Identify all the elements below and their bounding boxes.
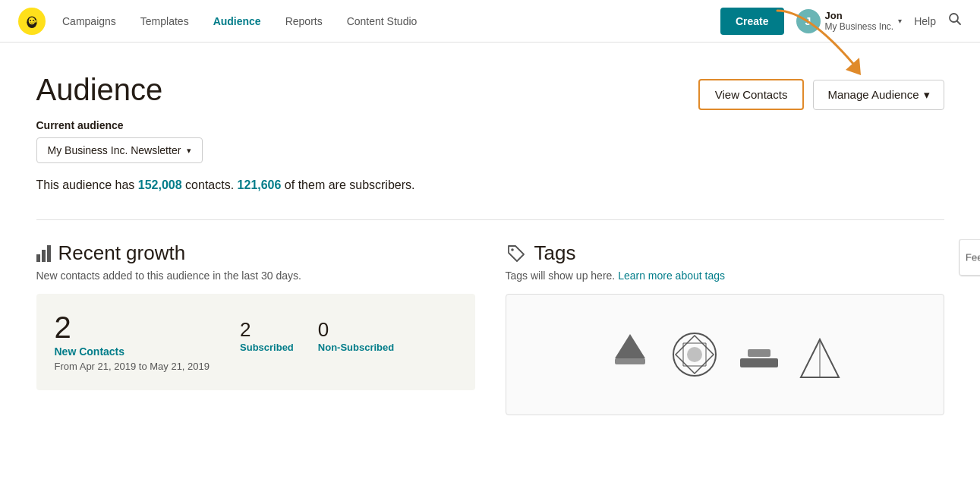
svg-line-6	[957, 21, 961, 25]
nav-campaigns[interactable]: Campaigns	[52, 9, 127, 33]
tag-decoration-3	[736, 343, 782, 381]
audience-selector[interactable]: My Business Inc. Newsletter ▾	[36, 137, 203, 163]
tags-placeholder	[506, 294, 944, 415]
tags-icons	[607, 328, 843, 381]
help-link[interactable]: Help	[914, 15, 936, 27]
nav-audience[interactable]: Audience	[203, 9, 272, 33]
bar2	[42, 250, 46, 262]
new-contacts-label[interactable]: New Contacts	[55, 345, 210, 358]
view-contacts-button[interactable]: View Contacts	[698, 79, 805, 110]
svg-rect-13	[740, 358, 778, 367]
tags-subtitle: Tags will show up here. Learn more about…	[506, 270, 944, 282]
page-title: Audience	[36, 73, 415, 107]
nav-templates[interactable]: Templates	[130, 9, 200, 33]
user-text: Jon My Business Inc.	[825, 10, 894, 32]
user-name: Jon	[825, 10, 894, 21]
manage-audience-chevron-icon: ▾	[924, 88, 930, 102]
manage-audience-button[interactable]: Manage Audience ▾	[813, 80, 944, 110]
search-button[interactable]	[948, 12, 962, 30]
user-company: My Business Inc.	[825, 21, 894, 32]
bar-chart-icon	[36, 245, 51, 262]
subscribed-label: Subscribed	[240, 342, 294, 353]
svg-point-2	[30, 20, 31, 21]
current-audience-label: Current audience	[36, 119, 415, 131]
svg-marker-10	[615, 334, 645, 358]
growth-main: 2 New Contacts From Apr 21, 2019 to May …	[55, 312, 210, 372]
audience-chevron-icon: ▾	[187, 146, 191, 156]
non-subscribed-count: 0	[318, 318, 394, 342]
nav-reports[interactable]: Reports	[275, 9, 333, 33]
user-info[interactable]: J Jon My Business Inc. ▾	[796, 9, 903, 33]
chevron-down-icon: ▾	[898, 17, 902, 25]
subscriber-count: 121,606	[238, 178, 282, 191]
growth-number: 2	[55, 312, 210, 342]
manage-audience-label: Manage Audience	[827, 88, 919, 101]
tag-decoration-2	[668, 328, 721, 381]
svg-point-8	[511, 248, 514, 251]
svg-point-12	[687, 347, 702, 362]
growth-card: 2 New Contacts From Apr 21, 2019 to May …	[36, 294, 475, 390]
learn-more-tags-link[interactable]: Learn more about tags	[618, 270, 725, 282]
search-icon	[948, 12, 962, 26]
svg-marker-7	[846, 58, 861, 75]
logo[interactable]	[18, 8, 46, 35]
subscribed-count: 2	[240, 318, 294, 342]
recent-growth-section: Recent growth New contacts added to this…	[36, 241, 475, 415]
feedback-tab[interactable]: Feedback	[959, 239, 980, 276]
tag-icon	[506, 243, 527, 264]
bar3	[47, 245, 51, 262]
svg-point-3	[33, 20, 34, 21]
growth-title: Recent growth	[58, 241, 186, 265]
main-content: Audience Current audience My Business In…	[12, 43, 969, 440]
tags-title: Tags	[534, 241, 576, 265]
non-subscribed-stat: 0 Non-Subscribed	[318, 318, 394, 353]
svg-rect-14	[748, 349, 770, 357]
audience-right: View Contacts Manage Audience ▾	[698, 79, 944, 110]
avatar: J	[796, 9, 821, 33]
tags-section-header: Tags	[506, 241, 944, 265]
non-subscribed-label: Non-Subscribed	[318, 342, 394, 353]
growth-section-header: Recent growth	[36, 241, 475, 265]
create-button[interactable]: Create	[720, 8, 784, 35]
divider	[36, 219, 944, 220]
bar1	[36, 254, 40, 262]
navbar: Campaigns Templates Audience Reports Con…	[0, 0, 980, 43]
growth-period: From Apr 21, 2019 to May 21, 2019	[55, 361, 210, 372]
svg-point-4	[35, 20, 37, 23]
nav-content-studio[interactable]: Content Studio	[336, 9, 428, 33]
audience-top-row: Audience Current audience My Business In…	[36, 73, 944, 198]
growth-stats: 2 Subscribed 0 Non-Subscribed	[240, 318, 394, 353]
subscribed-stat: 2 Subscribed	[240, 318, 294, 353]
navbar-right: Create J Jon My Business Inc. ▾ Help	[720, 8, 962, 35]
svg-rect-9	[615, 358, 645, 364]
audience-stat: This audience has 152,008 contacts. 121,…	[36, 178, 415, 192]
nav-links: Campaigns Templates Audience Reports Con…	[52, 9, 714, 33]
growth-subtitle: New contacts added to this audience in t…	[36, 270, 475, 282]
tag-decoration-4	[797, 336, 843, 381]
tags-section: Tags Tags will show up here. Learn more …	[506, 241, 944, 415]
contact-count: 152,008	[138, 178, 182, 191]
tag-decoration-1	[607, 328, 653, 381]
two-col: Recent growth New contacts added to this…	[36, 241, 944, 415]
audience-left: Audience Current audience My Business In…	[36, 73, 415, 198]
audience-name: My Business Inc. Newsletter	[48, 144, 181, 156]
